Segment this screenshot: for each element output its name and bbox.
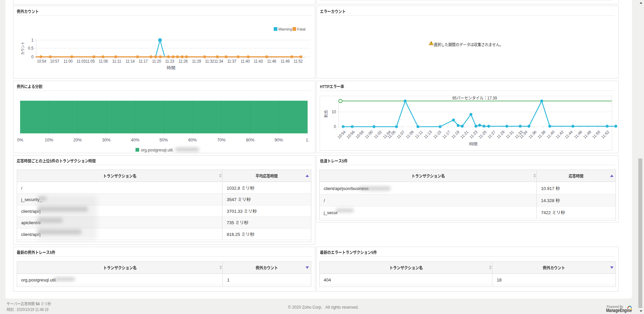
svg-text:11:40: 11:40 bbox=[545, 129, 555, 139]
svg-text:11:34: 11:34 bbox=[214, 58, 223, 64]
svg-text:11:15: 11:15 bbox=[432, 129, 442, 139]
svg-text:11:48: 11:48 bbox=[582, 129, 592, 139]
svg-text:時間: 時間 bbox=[469, 141, 478, 146]
svg-text:11:52: 11:52 bbox=[600, 129, 610, 139]
svg-text:10:54: 10:54 bbox=[37, 58, 46, 64]
svg-text:10%: 10% bbox=[45, 136, 53, 143]
svg-text:11:46: 11:46 bbox=[267, 58, 276, 64]
svg-text:11:11: 11:11 bbox=[414, 129, 424, 139]
svg-text:11:19: 11:19 bbox=[450, 129, 460, 139]
svg-text:時間: 時間 bbox=[167, 64, 175, 71]
svg-text:11:02: 11:02 bbox=[372, 129, 383, 139]
svg-text:11:23: 11:23 bbox=[165, 58, 174, 64]
svg-text:0.5: 0.5 bbox=[28, 45, 34, 51]
svg-text:10:56: 10:56 bbox=[345, 129, 356, 140]
svg-text:70%: 70% bbox=[217, 136, 225, 143]
svg-text:11:00: 11:00 bbox=[64, 58, 73, 64]
svg-text:11:08: 11:08 bbox=[99, 58, 108, 64]
svg-text:11:36: 11:36 bbox=[527, 129, 537, 139]
svg-text:20%: 20% bbox=[73, 136, 82, 143]
svg-text:11:37: 11:37 bbox=[227, 58, 236, 64]
svg-text:Fatal: Fatal bbox=[297, 26, 305, 32]
svg-text:1.: 1. bbox=[306, 136, 309, 143]
svg-text:11:42: 11:42 bbox=[554, 129, 565, 139]
svg-text:Warning: Warning bbox=[278, 26, 292, 32]
svg-text:org.postgresql.util.: org.postgresql.util. bbox=[141, 147, 174, 152]
svg-text:11:17: 11:17 bbox=[139, 58, 148, 64]
svg-text:0: 0 bbox=[31, 54, 34, 59]
svg-text:11:27: 11:27 bbox=[486, 129, 496, 139]
svg-text:95パーセンタイル：17.39: 95パーセンタイル：17.39 bbox=[452, 95, 497, 101]
svg-text:11:25: 11:25 bbox=[477, 129, 487, 139]
svg-text:80%: 80% bbox=[246, 136, 254, 143]
svg-text:0: 0 bbox=[334, 123, 336, 129]
svg-text:11:43: 11:43 bbox=[254, 58, 263, 64]
svg-text:30%: 30% bbox=[102, 136, 110, 143]
svg-text:90%: 90% bbox=[274, 136, 283, 143]
svg-text:11:31: 11:31 bbox=[504, 129, 515, 139]
svg-text:11:46: 11:46 bbox=[573, 129, 583, 139]
svg-text:11:32: 11:32 bbox=[205, 58, 214, 64]
svg-text:10:57: 10:57 bbox=[50, 58, 59, 64]
svg-text:10:54: 10:54 bbox=[336, 129, 347, 140]
svg-text:11:50: 11:50 bbox=[591, 129, 601, 139]
svg-text:11:14: 11:14 bbox=[126, 58, 135, 64]
svg-text:11:29: 11:29 bbox=[495, 129, 505, 139]
svg-text:11:00: 11:00 bbox=[363, 129, 374, 139]
svg-text:11:49: 11:49 bbox=[281, 58, 290, 64]
svg-text:11:29: 11:29 bbox=[192, 58, 201, 64]
svg-text:50%: 50% bbox=[159, 136, 168, 143]
svg-text:11:21: 11:21 bbox=[459, 129, 469, 139]
svg-text:11:20: 11:20 bbox=[152, 58, 161, 64]
svg-text:11:09: 11:09 bbox=[404, 129, 415, 139]
svg-text:11:11: 11:11 bbox=[112, 58, 121, 64]
svg-text:11:52: 11:52 bbox=[294, 58, 303, 64]
svg-text:11:26: 11:26 bbox=[179, 58, 188, 64]
svg-text:10: 10 bbox=[332, 109, 336, 114]
svg-text:11:44: 11:44 bbox=[563, 129, 574, 139]
svg-text:0%: 0% bbox=[17, 136, 23, 143]
svg-text:40%: 40% bbox=[131, 136, 139, 143]
svg-text:割合: 割合 bbox=[323, 110, 328, 118]
svg-text:11:03: 11:03 bbox=[77, 58, 86, 64]
svg-text:11:07: 11:07 bbox=[395, 129, 406, 139]
svg-text:11:17: 11:17 bbox=[441, 129, 451, 139]
svg-text:11:38: 11:38 bbox=[536, 129, 546, 139]
svg-text:11:23: 11:23 bbox=[468, 129, 478, 139]
svg-text:1: 1 bbox=[31, 37, 34, 43]
svg-text:11:40: 11:40 bbox=[241, 58, 250, 64]
svg-text:10:58: 10:58 bbox=[354, 129, 365, 140]
svg-text:カウント: カウント bbox=[20, 42, 25, 55]
svg-text:60%: 60% bbox=[188, 136, 197, 143]
svg-text:11:13: 11:13 bbox=[422, 129, 433, 139]
svg-text:11:05: 11:05 bbox=[86, 58, 95, 64]
